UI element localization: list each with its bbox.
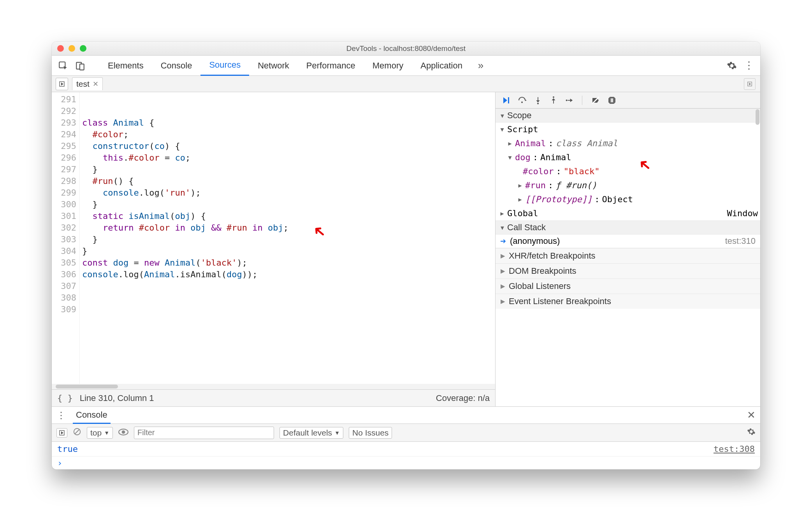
accordion-global-listeners[interactable]: ▶Global Listeners [496, 278, 760, 294]
scope-dog-color-key: #color [523, 164, 554, 178]
callstack-header[interactable]: ▼ Call Stack [496, 220, 760, 234]
traffic-lights [57, 45, 86, 52]
more-tabs-icon[interactable]: » [473, 58, 488, 73]
live-expression-icon[interactable] [118, 428, 128, 438]
tab-elements[interactable]: Elements [99, 56, 152, 76]
accordion-dom-breakpoints[interactable]: ▶DOM Breakpoints [496, 263, 760, 278]
file-tabs-bar: test ✕ [52, 76, 760, 92]
tab-console[interactable]: Console [152, 56, 201, 76]
coverage-status: Coverage: n/a [436, 393, 490, 403]
navigator-toggle-icon[interactable] [56, 78, 68, 90]
context-selector[interactable]: top▼ [87, 427, 113, 439]
code-scroll[interactable]: 291 292 293 294 295 296 297 298 299 300 … [52, 92, 495, 384]
tab-sources[interactable]: Sources [200, 56, 249, 76]
console-settings-icon[interactable] [747, 427, 756, 438]
scope-var-dog-type: Animal [540, 150, 571, 164]
disclosure-triangle-icon: ▶ [500, 252, 506, 259]
filter-input[interactable] [134, 427, 274, 439]
titlebar: DevTools - localhost:8080/demo/test [52, 42, 760, 56]
svg-marker-22 [62, 432, 63, 434]
horizontal-scrollbar[interactable] [52, 384, 495, 389]
console-source-link[interactable]: test:308 [714, 444, 755, 454]
pause-on-exceptions-icon[interactable] [607, 96, 617, 105]
vertical-scrollbar[interactable] [756, 109, 759, 125]
callstack-frame[interactable]: ➔ (anonymous) test:310 [496, 234, 760, 248]
scope-dog-color-val: "black" [564, 164, 600, 178]
svg-point-12 [537, 103, 539, 104]
file-tab-label: test [76, 79, 90, 89]
scope-global-key: Global [507, 206, 538, 220]
issues-button[interactable]: No Issues [349, 427, 392, 439]
close-window-icon[interactable] [57, 45, 64, 52]
clear-console-icon[interactable] [73, 427, 81, 438]
svg-rect-20 [612, 98, 613, 102]
editor-status-bar: { } Line 310, Column 1 Coverage: n/a [52, 389, 495, 406]
scope-global-val: Window [727, 206, 758, 220]
console-message: true test:308 [52, 442, 760, 457]
scope-header[interactable]: ▼ Scope [496, 108, 760, 122]
tab-application[interactable]: Application [412, 56, 471, 76]
svg-point-26 [122, 430, 125, 434]
svg-rect-8 [508, 97, 509, 103]
step-into-icon[interactable] [534, 96, 542, 105]
step-over-icon[interactable] [517, 96, 527, 105]
disclosure-triangle-icon[interactable]: ▼ [507, 150, 513, 164]
svg-marker-10 [525, 100, 527, 101]
console-prompt[interactable]: › [52, 457, 760, 469]
tab-performance[interactable]: Performance [298, 56, 364, 76]
minimize-window-icon[interactable] [69, 45, 75, 52]
scope-script-label: Script [507, 122, 538, 136]
svg-marker-7 [503, 97, 507, 103]
disclosure-triangle-icon[interactable]: ▶ [507, 136, 513, 150]
svg-point-15 [566, 99, 568, 101]
zoom-window-icon[interactable] [80, 45, 86, 52]
deactivate-breakpoints-icon[interactable] [591, 96, 600, 105]
step-out-icon[interactable] [549, 96, 558, 105]
accordion-event-listener-breakpoints[interactable]: ▶Event Listener Breakpoints [496, 294, 760, 309]
accordion-xhr-fetch-breakpoints[interactable]: ▶XHR/fetch Breakpoints [496, 248, 760, 263]
device-toolbar-icon[interactable] [73, 58, 88, 73]
scope-dog-run-key: #run [525, 178, 546, 192]
cursor-position: Line 310, Column 1 [80, 393, 154, 403]
debugger-sidebar-toggle-icon[interactable] [744, 78, 756, 90]
console-drawer: ⋮ Console ✕ top▼ Default levels▼ No Issu… [52, 406, 760, 469]
disclosure-triangle-icon[interactable]: ▼ [499, 122, 505, 136]
inspect-element-icon[interactable] [56, 58, 70, 73]
step-icon[interactable] [565, 96, 573, 105]
svg-line-24 [75, 430, 79, 434]
svg-point-14 [553, 96, 554, 98]
resume-icon[interactable] [501, 96, 510, 105]
settings-icon[interactable] [724, 58, 739, 73]
console-toolbar: top▼ Default levels▼ No Issues [52, 424, 760, 442]
scope-var-animal-type: class Animal [556, 136, 618, 150]
file-tab-test[interactable]: test ✕ [72, 77, 103, 90]
callstack-frame-loc: test:310 [725, 236, 756, 246]
scope-dog-run-val: ƒ #run() [555, 178, 597, 192]
main-tabs: ElementsConsoleSourcesNetworkPerformance… [52, 56, 760, 76]
scope-var-animal[interactable]: Animal [515, 136, 546, 150]
tab-network[interactable]: Network [249, 56, 298, 76]
log-levels-selector[interactable]: Default levels▼ [279, 427, 343, 439]
disclosure-triangle-icon[interactable]: ▶ [499, 206, 505, 220]
drawer-menu-icon[interactable]: ⋮ [56, 410, 66, 421]
code-area[interactable]: class Animal { #color; constructor(co) {… [80, 92, 495, 384]
scope-dog-proto-key: [[Prototype]] [525, 192, 592, 206]
close-drawer-icon[interactable]: ✕ [747, 409, 756, 421]
svg-marker-6 [749, 83, 751, 85]
disclosure-triangle-icon[interactable]: ▶ [517, 178, 523, 192]
close-tab-icon[interactable]: ✕ [93, 80, 98, 88]
disclosure-triangle-icon: ▶ [500, 283, 506, 290]
svg-marker-11 [536, 100, 540, 103]
drawer-tab-console[interactable]: Console [73, 407, 111, 424]
kebab-menu-icon[interactable]: ⋮ [742, 58, 756, 73]
svg-marker-4 [62, 83, 63, 85]
tab-memory[interactable]: Memory [364, 56, 412, 76]
svg-marker-18 [608, 97, 615, 104]
disclosure-triangle-icon: ▼ [499, 112, 505, 119]
console-sidebar-toggle-icon[interactable] [56, 428, 67, 438]
svg-point-9 [521, 102, 523, 103]
scope-var-dog[interactable]: dog [515, 150, 531, 164]
pretty-print-icon[interactable]: { } [57, 393, 73, 403]
scope-panel: ▼ Scope ▼ Script ▶ Animal: class Animal … [496, 108, 760, 309]
disclosure-triangle-icon[interactable]: ▶ [517, 192, 523, 206]
